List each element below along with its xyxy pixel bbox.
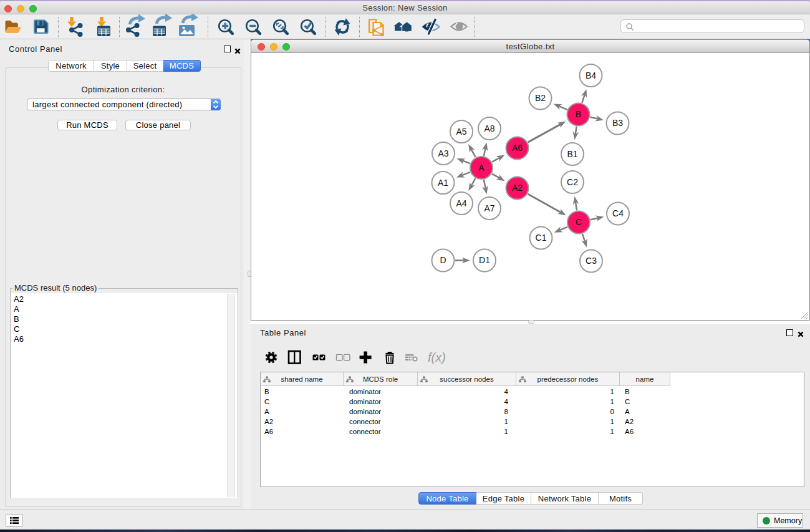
svg-text:C1: C1 bbox=[536, 233, 547, 243]
svg-text:A1: A1 bbox=[438, 178, 448, 188]
svg-text:A4: A4 bbox=[456, 198, 466, 208]
svg-text:A2: A2 bbox=[512, 183, 523, 193]
svg-text:A: A bbox=[478, 163, 485, 173]
svg-text:f(x): f(x) bbox=[428, 351, 446, 364]
svg-text:A8: A8 bbox=[484, 123, 494, 133]
svg-text:A6: A6 bbox=[512, 143, 523, 153]
svg-text:C4: C4 bbox=[612, 208, 624, 218]
svg-text:D1: D1 bbox=[479, 255, 490, 265]
svg-text:B4: B4 bbox=[586, 70, 596, 80]
svg-text:A3: A3 bbox=[438, 148, 448, 158]
svg-text:B1: B1 bbox=[567, 149, 577, 159]
svg-text:C3: C3 bbox=[586, 256, 597, 266]
svg-text:C: C bbox=[576, 217, 582, 227]
svg-text:B2: B2 bbox=[535, 93, 546, 103]
svg-text:C2: C2 bbox=[567, 177, 578, 187]
svg-text:B: B bbox=[576, 109, 581, 119]
svg-text:A7: A7 bbox=[484, 203, 494, 213]
svg-text:D: D bbox=[440, 255, 446, 265]
svg-text:B3: B3 bbox=[612, 118, 623, 128]
svg-text:A5: A5 bbox=[456, 127, 466, 137]
